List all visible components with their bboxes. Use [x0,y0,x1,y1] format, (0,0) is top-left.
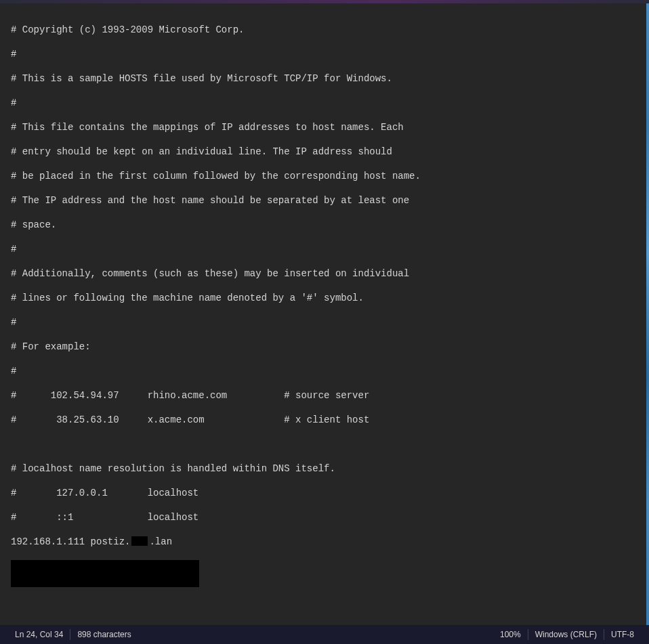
editor-line: # [11,243,638,255]
character-count[interactable]: 898 characters [70,625,138,644]
editor-line: # This is a sample HOSTS file used by Mi… [11,72,638,85]
editor-line: # ::1 localhost [11,511,638,523]
editor-line: # This file contains the mappings of IP … [11,121,638,133]
editor-line: # 102.54.94.97 rhino.acme.com # source s… [11,389,638,402]
redacted-block [11,560,199,587]
editor-line: # [11,97,638,109]
editor-line: # Additionally, comments (such as these)… [11,267,638,280]
status-right-group: 100% Windows (CRLF) UTF-8 [493,625,641,644]
editor-line [11,438,638,450]
cursor-position[interactable]: Ln 24, Col 34 [8,625,70,644]
line-ending-label: Windows (CRLF) [535,630,597,639]
character-count-label: 898 characters [77,630,131,639]
zoom-level[interactable]: 100% [493,625,528,644]
encoding-label: UTF-8 [611,630,634,639]
editor-line: # The IP address and the host name shoul… [11,194,638,207]
editor-line: # [11,365,638,377]
zoom-level-label: 100% [500,630,521,639]
editor-line: # [11,48,638,60]
right-window-edge [646,3,649,625]
status-left-group: Ln 24, Col 34 898 characters [8,625,138,644]
hosts-entry-suffix: .lan [149,536,172,547]
text-editor[interactable]: # Copyright (c) 1993-2009 Microsoft Corp… [0,3,649,625]
editor-line: # 38.25.63.10 x.acme.com # x client host [11,414,638,426]
editor-line: # entry should be kept on an individual … [11,146,638,158]
editor-line: # 127.0.0.1 localhost [11,487,638,499]
editor-line: # Copyright (c) 1993-2009 Microsoft Corp… [11,24,638,36]
editor-line: # [11,316,638,328]
encoding[interactable]: UTF-8 [604,625,641,644]
status-bar: Ln 24, Col 34 898 characters 100% Window… [0,625,649,644]
editor-line: # For example: [11,341,638,353]
editor-line: # be placed in the first column followed… [11,170,638,182]
editor-line: # localhost name resolution is handled w… [11,463,638,475]
cursor-position-label: Ln 24, Col 34 [15,630,63,639]
editor-line: # lines or following the machine name de… [11,292,638,304]
hosts-entry-prefix: 192.168.1.111 postiz. [11,536,130,547]
redacted-text [131,536,148,546]
editor-line: # space. [11,219,638,231]
line-ending[interactable]: Windows (CRLF) [528,625,604,644]
editor-line: 192.168.1.111 postiz..lan [11,536,638,548]
